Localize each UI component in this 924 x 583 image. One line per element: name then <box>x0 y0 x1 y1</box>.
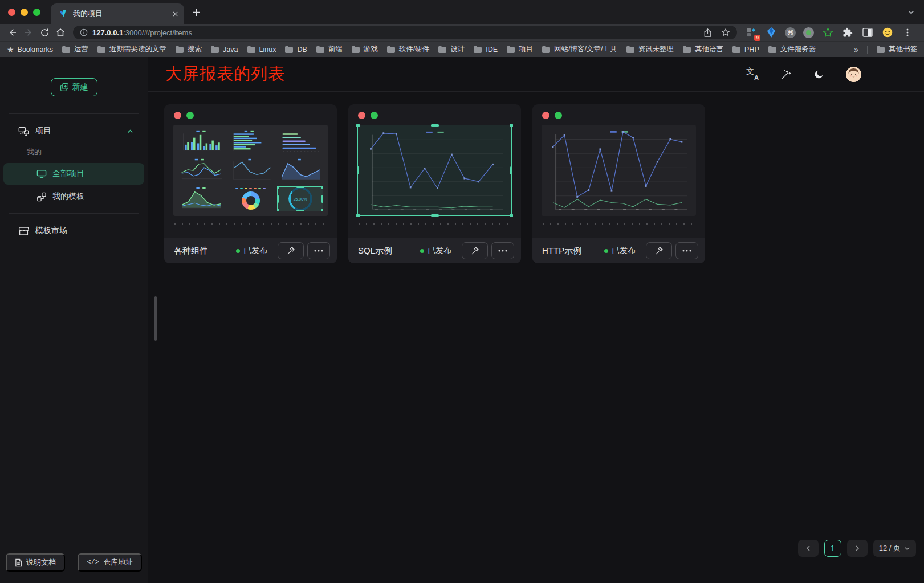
sidebar-item-my-templates[interactable]: 我的模板 <box>3 186 144 207</box>
bookmark-folder[interactable]: 近期需要读的文章 <box>97 44 166 54</box>
new-project-button[interactable]: 新建 <box>51 78 97 96</box>
chevron-down-icon <box>904 545 910 552</box>
docs-button[interactable]: 说明文档 <box>6 553 65 572</box>
selection-handle[interactable] <box>321 209 323 211</box>
bookmarks-label: Bookmarks <box>18 46 54 54</box>
card-red-dot <box>358 112 365 119</box>
selection-handle[interactable] <box>277 195 279 203</box>
bookmark-folder[interactable]: 资讯未整理 <box>626 44 674 54</box>
share-icon[interactable] <box>703 28 712 38</box>
card-lights <box>164 104 337 119</box>
more-options-button[interactable] <box>491 242 514 259</box>
forward-icon[interactable] <box>21 25 36 40</box>
repo-button[interactable]: </> 仓库地址 <box>78 553 142 572</box>
emoji-extension-icon[interactable] <box>881 26 894 39</box>
chevron-right-icon <box>854 545 861 552</box>
bookmark-folder[interactable]: 文件服务器 <box>768 44 816 54</box>
bookmark-folder[interactable]: 运营 <box>62 44 88 54</box>
dark-mode-moon-icon[interactable] <box>813 69 824 80</box>
edit-hammer-button[interactable] <box>646 242 672 259</box>
previous-page-button[interactable] <box>798 540 819 557</box>
selection-handle[interactable] <box>296 186 304 188</box>
mini-area-chart-green <box>178 186 224 211</box>
selection-handle[interactable] <box>510 166 512 174</box>
other-bookmarks[interactable]: 其他书签 <box>876 44 917 54</box>
sidebar-group-project[interactable]: 项目 <box>0 120 148 142</box>
bookmark-folder[interactable]: Java <box>210 44 238 54</box>
bookmark-star-icon[interactable] <box>721 28 730 37</box>
minimize-window-button[interactable] <box>21 9 28 16</box>
bookmark-folder[interactable]: 设计 <box>438 44 465 54</box>
zoom-window-button[interactable] <box>33 9 40 16</box>
selection-handle[interactable] <box>356 214 360 217</box>
address-bar[interactable]: 127.0.0.1:3000/#/project/items <box>73 26 737 39</box>
sidebar-item-all-projects[interactable]: 全部项目 <box>3 163 144 185</box>
card-name: SQL示例 <box>358 246 392 256</box>
extensions-puzzle-icon[interactable] <box>841 26 854 39</box>
browser-menu-icon[interactable] <box>901 26 914 39</box>
tab-close-icon[interactable] <box>172 11 178 17</box>
next-page-button[interactable] <box>847 540 868 557</box>
extension-command-icon[interactable]: ⌘ <box>785 27 796 38</box>
page-title: 大屏报表的列表 <box>165 63 285 85</box>
site-info-icon[interactable] <box>80 28 88 36</box>
selection-handle[interactable] <box>321 186 323 189</box>
selection-handle[interactable] <box>431 214 439 217</box>
bookmark-folder[interactable]: 软件/硬件 <box>386 44 429 54</box>
page-number-button[interactable]: 1 <box>824 540 841 557</box>
more-options-button[interactable] <box>675 242 698 259</box>
bookmark-folder[interactable]: 游戏 <box>351 44 378 54</box>
edit-hammer-button[interactable] <box>278 242 304 259</box>
selection-handle[interactable] <box>277 209 279 211</box>
hammer-icon <box>286 246 295 255</box>
magic-wand-icon[interactable] <box>780 68 792 80</box>
selection-handle[interactable] <box>321 195 323 203</box>
bookmark-folder[interactable]: 搜索 <box>175 44 202 54</box>
sidebar: 新建 项目 我的 全部项目 我的模板 模板市场 <box>0 57 148 583</box>
language-icon[interactable]: 文 A <box>746 68 759 80</box>
sidebar-item-template-market[interactable]: 模板市场 <box>0 219 148 242</box>
tab-search-chevron-icon[interactable] <box>907 9 915 16</box>
mini-two-line-chart <box>178 158 224 183</box>
reload-icon[interactable] <box>36 25 52 40</box>
extension-stylus-icon[interactable]: 9 <box>745 26 758 39</box>
bookmark-folder-label: 设计 <box>450 44 465 54</box>
page-size-select[interactable]: 12 / 页 <box>873 540 916 557</box>
project-card[interactable]: 25.00% 各种组件 已发布 <box>164 104 337 263</box>
selection-handle[interactable] <box>510 214 513 217</box>
selection-handle[interactable] <box>296 210 304 211</box>
browser-tab[interactable]: 我的项目 <box>51 3 184 24</box>
project-card[interactable]: SQL示例 已发布 <box>348 104 521 263</box>
scrollbar-thumb[interactable] <box>154 296 157 341</box>
user-avatar[interactable] <box>846 67 861 82</box>
extension-recorder-icon[interactable] <box>803 27 814 38</box>
new-tab-button[interactable] <box>192 8 201 17</box>
bookmark-folder[interactable]: 项目 <box>506 44 533 54</box>
project-card[interactable]: HTTP示例 已发布 <box>532 104 705 263</box>
selection-handle[interactable] <box>356 124 360 127</box>
bookmark-folder[interactable]: IDE <box>473 44 498 54</box>
back-icon[interactable] <box>5 25 21 40</box>
extension-green-star-icon[interactable] <box>821 26 834 39</box>
bookmark-folder[interactable]: PHP <box>732 44 759 54</box>
selection-handle[interactable] <box>431 124 439 127</box>
close-window-button[interactable] <box>8 9 15 16</box>
reader-mode-icon[interactable] <box>861 26 874 39</box>
bookmark-folder[interactable]: 网站/博客/文章/工具 <box>542 44 617 54</box>
selection-handle[interactable] <box>277 186 279 189</box>
chevron-up-icon[interactable] <box>127 128 134 135</box>
bookmark-folder-label: 其他语言 <box>695 44 723 54</box>
extension-kite-icon[interactable] <box>765 26 778 39</box>
selection-handle[interactable] <box>510 124 513 127</box>
bookmark-folder[interactable]: 前端 <box>316 44 343 54</box>
bookmark-folder[interactable]: Linux <box>247 44 276 54</box>
more-options-button[interactable] <box>307 242 330 259</box>
selection-handle[interactable] <box>357 166 359 174</box>
bookmark-folder[interactable]: DB <box>284 44 307 54</box>
bookmarks-overflow-chevron[interactable]: » <box>854 45 858 54</box>
bookmarks-manager[interactable]: ★ Bookmarks <box>7 46 53 54</box>
home-icon[interactable] <box>52 25 68 40</box>
sidebar-sub-my: 我的 <box>0 142 148 162</box>
bookmark-folder[interactable]: 其他语言 <box>682 44 723 54</box>
edit-hammer-button[interactable] <box>462 242 488 259</box>
